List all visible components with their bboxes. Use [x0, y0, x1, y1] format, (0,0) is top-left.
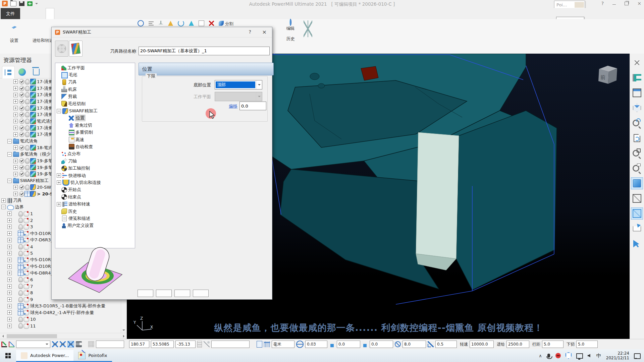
expand-icon[interactable]	[7, 218, 12, 223]
qat-dropdown-icon[interactable]	[35, 3, 38, 6]
stock-field[interactable]: 0.0	[370, 341, 393, 348]
view-tool-button[interactable]	[631, 102, 643, 114]
menu-tab[interactable]	[127, 8, 135, 19]
expand-icon[interactable]	[57, 173, 61, 178]
expand-icon[interactable]	[7, 245, 12, 249]
collapse-icon[interactable]	[7, 139, 12, 143]
expand-icon[interactable]	[13, 145, 18, 150]
ribbon-mini-button[interactable]	[209, 21, 214, 27]
settings-tree-row[interactable]: 历史	[55, 208, 135, 215]
menu-tab[interactable]	[167, 8, 175, 19]
spindle-field[interactable]: 10000.0	[470, 341, 494, 348]
collapse-icon[interactable]	[7, 179, 12, 183]
edit-toolpath-icon[interactable]	[289, 19, 291, 26]
grid-size-field[interactable]	[96, 341, 124, 348]
start-button[interactable]	[0, 349, 16, 362]
settings-tree-row[interactable]: 开始点	[55, 186, 135, 193]
explorer-trash-tab[interactable]	[30, 66, 42, 78]
restore-button[interactable]	[625, 2, 629, 5]
settings-tree-row[interactable]: 毛坯	[55, 71, 135, 78]
volume-tray-icon[interactable]	[588, 354, 590, 357]
feed-field[interactable]: 2500.0	[506, 341, 529, 348]
cursor-y-field[interactable]: 53.5085	[151, 341, 174, 348]
settings-tree-row[interactable]: 多重切削	[55, 129, 135, 136]
settings-tree-row[interactable]: 用户定义设置	[55, 222, 135, 229]
expand-icon[interactable]	[13, 192, 18, 196]
menu-tab[interactable]	[135, 8, 143, 19]
open-project-icon[interactable]	[10, 1, 16, 6]
ribbon-button[interactable]: 设置	[2, 20, 26, 44]
measure-field[interactable]	[211, 341, 250, 348]
expand-icon[interactable]	[13, 79, 18, 84]
chevron-down-icon[interactable]	[256, 80, 262, 89]
antivirus-tray-icon[interactable]	[555, 353, 561, 358]
settings-tree-row[interactable]: 工作平面	[55, 64, 135, 71]
view-tool-button[interactable]	[631, 223, 643, 235]
expand-icon[interactable]	[13, 99, 18, 104]
settings-tree-row[interactable]: 位置	[55, 115, 135, 122]
notification-center-icon[interactable]	[634, 353, 641, 359]
scroll-left-icon[interactable]	[1, 335, 4, 338]
tray-expand-icon[interactable]: ∧	[539, 353, 542, 358]
view-cube[interactable]: 前	[598, 66, 617, 84]
expand-icon[interactable]	[7, 324, 12, 328]
microphone-tray-icon[interactable]	[547, 354, 550, 358]
workplane-selector[interactable]	[16, 341, 50, 348]
cursor-x-field[interactable]: 180.57	[129, 341, 149, 348]
settings-tree-row[interactable]: 切入切出和连接	[55, 179, 135, 186]
menu-tab[interactable]	[46, 8, 54, 19]
network-tray-icon[interactable]	[576, 353, 583, 359]
offset-link[interactable]: 偏移	[229, 103, 237, 109]
dialog-action-button[interactable]	[138, 290, 153, 297]
ribbon-mini-button[interactable]	[158, 21, 163, 27]
ribbon-mini-button[interactable]	[199, 20, 204, 27]
settings-tree-row[interactable]: 自动检查	[55, 143, 135, 150]
ribbon-mini-button[interactable]	[168, 21, 173, 27]
shield-tray-icon[interactable]	[566, 352, 572, 359]
cursor-z-field[interactable]: -35.13	[175, 341, 196, 348]
dialog-title-bar[interactable]: P SWARF精加工 ? ×	[52, 27, 272, 38]
settings-tree-row[interactable]: 机床	[55, 86, 135, 93]
minimize-button[interactable]	[612, 4, 616, 5]
view-tool-button[interactable]	[631, 132, 643, 144]
dialog-help-button[interactable]: ?	[249, 29, 251, 35]
toolpath-name-input[interactable]	[139, 47, 270, 55]
ime-indicator[interactable]: 中	[596, 353, 601, 359]
expand-icon[interactable]	[7, 297, 12, 302]
expand-icon[interactable]	[13, 93, 18, 97]
measure-icon[interactable]	[204, 341, 210, 347]
expand-icon[interactable]	[7, 264, 12, 269]
save-project-icon[interactable]	[19, 1, 24, 6]
expand-icon[interactable]	[7, 291, 12, 295]
expand-icon[interactable]	[7, 317, 12, 321]
expand-icon[interactable]	[13, 113, 18, 117]
expand-icon[interactable]	[7, 231, 12, 236]
expand-icon[interactable]	[13, 159, 18, 163]
settings-tree-row[interactable]: SWARF精加工	[55, 107, 135, 114]
expand-icon[interactable]	[13, 86, 18, 90]
expand-icon[interactable]	[7, 304, 12, 308]
collapse-icon[interactable]	[57, 109, 61, 113]
menu-tab[interactable]	[54, 8, 62, 19]
menu-tab[interactable]	[95, 8, 103, 19]
offset-input[interactable]	[239, 102, 266, 110]
view-tool-button[interactable]	[631, 207, 643, 220]
expand-icon[interactable]	[13, 172, 18, 176]
settings-tree-row[interactable]: 便笺和描述	[55, 215, 135, 222]
menu-tab[interactable]	[151, 8, 159, 19]
menu-tab[interactable]	[159, 8, 167, 19]
settings-tree-row[interactable]: 结束点	[55, 193, 135, 200]
thickness-field[interactable]: 0.0	[337, 341, 360, 348]
view-y-icon[interactable]	[60, 341, 66, 347]
collapse-icon[interactable]	[1, 205, 6, 209]
menu-tab[interactable]	[21, 8, 30, 19]
view-tool-button[interactable]	[631, 87, 643, 99]
expand-icon[interactable]	[57, 180, 61, 185]
view-tool-button[interactable]	[631, 147, 643, 159]
expand-icon[interactable]	[13, 165, 18, 170]
explorer-web-tab[interactable]	[16, 66, 28, 78]
expand-icon[interactable]	[7, 258, 12, 262]
menu-tab[interactable]	[78, 8, 87, 19]
settings-tree-row[interactable]: 快进移动	[55, 172, 135, 179]
expand-icon[interactable]	[7, 212, 12, 216]
